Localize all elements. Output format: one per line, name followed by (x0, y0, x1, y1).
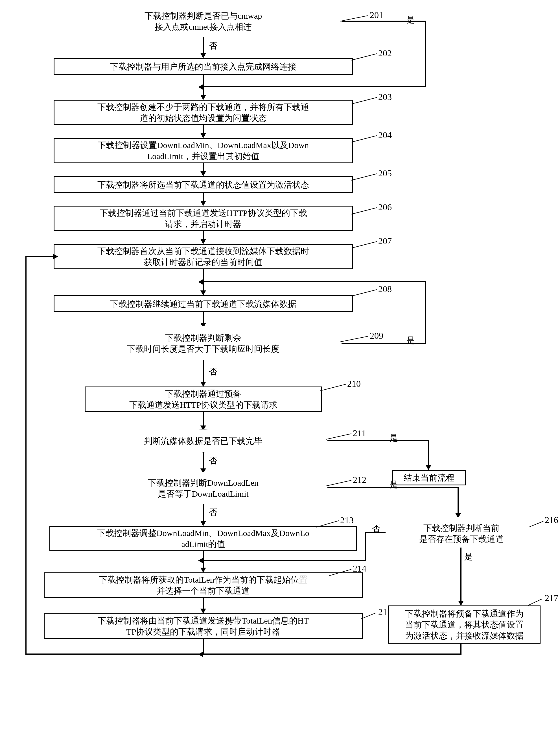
arrowhead-213-214 (200, 568, 206, 573)
label-line-204 (352, 134, 377, 143)
arrow-201yes-h2 (203, 86, 426, 87)
branch-211-no: 否 (209, 455, 217, 467)
arrow-201yes-h (341, 21, 426, 22)
svg-line-8 (352, 290, 377, 296)
arrow-209-210 (203, 360, 204, 382)
diamond-216: 下载控制器判断当前是否存在预备下载通道 (382, 517, 540, 550)
svg-line-7 (352, 241, 377, 248)
arrowhead-202-203 (200, 95, 206, 100)
label-202: 202 (378, 48, 392, 59)
arrow-216no-h2 (203, 560, 366, 561)
diamond-216-text: 下载控制器判断当前是否存在预备下载通道 (402, 522, 521, 544)
branch-201-no: 否 (209, 40, 217, 52)
label-212: 212 (353, 475, 366, 485)
diamond-201: 下载控制器判断是否已与cmwap接入点或cmnet接入点相连 (62, 3, 344, 40)
diamond-212-text: 下载控制器判断DownLoadLen是否等于DownLoadLimit (131, 477, 275, 499)
svg-line-2 (352, 54, 377, 60)
arrowhead-203-204 (200, 133, 206, 138)
label-line-203 (352, 96, 377, 105)
label-214: 214 (353, 563, 366, 574)
svg-line-19 (329, 569, 352, 576)
svg-line-6 (352, 208, 377, 214)
arrow-209yes-h (341, 343, 426, 344)
arrow-212yes-h (328, 487, 459, 488)
box-207-text: 下载控制器首次从当前下载通道接收到流媒体下载数据时获取计时器所记录的当前时间值 (97, 245, 309, 268)
arrowhead-206-207 (200, 239, 206, 244)
arrow-206-207 (203, 231, 204, 240)
label-211: 211 (353, 428, 366, 438)
box-204-text: 下载控制器设置DownLoadMin、DownLoadMax以及DownLoad… (98, 140, 309, 162)
label-line-215 (361, 612, 378, 620)
label-line-213 (316, 519, 339, 528)
arrow-212yes-v (457, 487, 459, 514)
arrowhead-loop-left (53, 254, 58, 259)
diamond-209: 下载控制器判断剩余下载时间长度是否大于下载响应时间长度 (62, 326, 344, 360)
label-206: 206 (378, 202, 392, 212)
label-213: 213 (340, 515, 354, 526)
box-202-text: 下载控制器与用户所选的当前接入点完成网络连接 (110, 61, 296, 72)
flowchart-container: 下载控制器判断是否已与cmwap接入点或cmnet接入点相连 201 是 否 下… (6, 6, 554, 743)
label-line-207 (352, 240, 377, 249)
box-217-text: 下载控制器将预备下载通道作为当前下载通道，将其状态值设置为激活状态，并接收流媒体… (405, 608, 523, 641)
label-208: 208 (378, 284, 392, 294)
label-216: 216 (545, 515, 558, 525)
box-208: 下载控制器继续通过当前下载通道下载流媒体数据 (53, 295, 353, 312)
box-202: 下载控制器与用户所选的当前接入点完成网络连接 (53, 58, 353, 75)
diamond-211: 判断流媒体数据是否已下载完毕 (76, 429, 330, 452)
svg-line-4 (352, 136, 377, 142)
arrow-217-h (203, 654, 462, 655)
box-205-text: 下载控制器将所选当前下载通道的状态值设置为激活状态 (97, 179, 309, 190)
arrowhead-214-215 (200, 608, 206, 614)
arrow-209yes-v (425, 281, 426, 344)
label-line-210 (320, 383, 346, 391)
svg-line-21 (528, 599, 542, 605)
arrowhead-217-merge (198, 651, 203, 657)
arrow-215-h (25, 654, 204, 655)
label-line-209 (340, 335, 368, 343)
box-206-text: 下载控制器通过当前下载通道发送HTTP协议类型的下载请求，并启动计时器 (99, 207, 307, 230)
svg-line-5 (352, 174, 377, 180)
box-210: 下载控制器通过预备下载通道发送HTTP协议类型的下载请求 (85, 386, 322, 412)
svg-line-3 (352, 98, 377, 104)
arrowhead-209-210 (200, 382, 206, 387)
arrow-201yes-v (425, 21, 426, 87)
arrowhead-211yes (426, 465, 431, 470)
arrow-208-209 (203, 312, 204, 323)
arrow-211-212 (203, 452, 204, 469)
arrow-205-206 (203, 193, 204, 201)
label-205: 205 (378, 168, 392, 178)
box-204: 下载控制器设置DownLoadMin、DownLoadMax以及DownLoad… (53, 138, 353, 163)
label-line-208 (352, 288, 377, 297)
label-line-202 (352, 52, 377, 61)
box-213-text: 下载控制器调整DownLoadMin、DownLoadMax及DownLoadL… (97, 528, 309, 550)
svg-line-20 (361, 613, 375, 619)
label-line-217 (528, 598, 545, 606)
box-214-text: 下载控制器将所获取的TotalLen作为当前的下载起始位置并选择一个当前下载通道 (99, 574, 307, 596)
label-line-212 (326, 479, 352, 487)
arrow-203-204 (203, 125, 204, 134)
label-210: 210 (347, 379, 361, 389)
box-215-text: 下载控制器将由当前下载通道发送携带TotalLen信息的HTTP协议类型的下载请… (98, 615, 309, 637)
label-line-211 (326, 432, 352, 441)
box-214: 下载控制器将所获取的TotalLen作为当前的下载起始位置并选择一个当前下载通道 (44, 572, 363, 598)
label-209: 209 (370, 330, 383, 341)
arrow-217-down (461, 644, 462, 654)
box-206: 下载控制器通过当前下载通道发送HTTP协议类型的下载请求，并启动计时器 (53, 206, 353, 231)
svg-line-11 (320, 384, 346, 391)
arrow-211yes-h (328, 440, 429, 441)
arrow-loop-left-h (25, 256, 53, 257)
box-215: 下载控制器将由当前下载通道发送携带TotalLen信息的HTTP协议类型的下载请… (44, 613, 363, 639)
label-line-205 (352, 172, 377, 181)
svg-line-1 (340, 16, 368, 21)
arrow-214-215 (203, 598, 204, 609)
arrowhead-212-213 (200, 521, 206, 526)
arrow-204-205 (203, 163, 204, 172)
label-line-216 (529, 520, 546, 528)
box-210-text: 下载控制器通过预备下载通道发送HTTP协议类型的下载请求 (129, 388, 277, 410)
arrowhead-201-202 (200, 53, 206, 58)
svg-line-16 (316, 521, 339, 527)
box-end-text: 结束当前流程 (404, 472, 454, 483)
arrow-211yes-v (428, 440, 429, 466)
arrow-216yes-v (461, 548, 462, 601)
arrow-216no-v (365, 532, 366, 561)
